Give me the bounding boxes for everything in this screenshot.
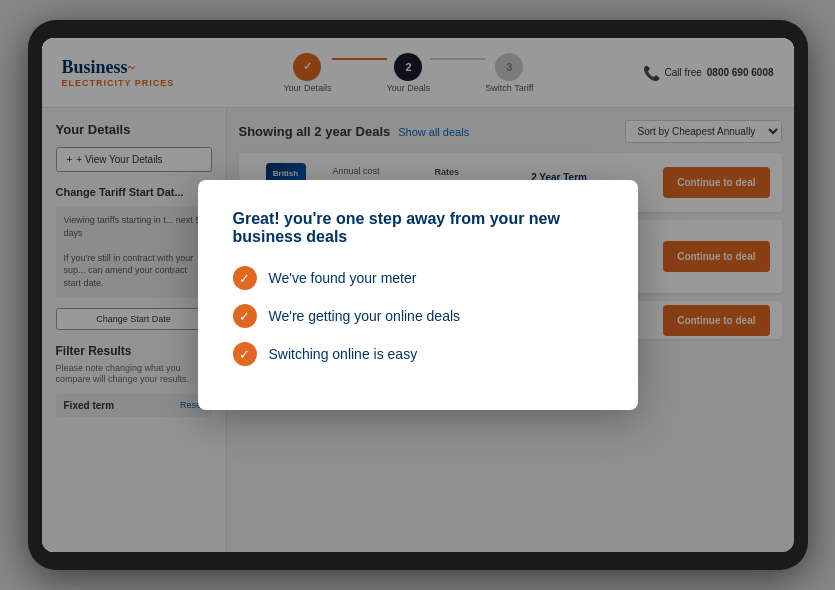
tablet-screen: Business~ ELECTRICITY PRICES ✓ Your Deta…: [42, 38, 794, 552]
modal-overlay: Great! you're one step away from your ne…: [42, 38, 794, 552]
modal-item-2-text: We're getting your online deals: [269, 308, 461, 324]
modal-item-1-text: We've found your meter: [269, 270, 417, 286]
check-icon-1: ✓: [233, 266, 257, 290]
check-icon-2: ✓: [233, 304, 257, 328]
modal: Great! you're one step away from your ne…: [198, 180, 638, 410]
check-icon-3: ✓: [233, 342, 257, 366]
modal-item-3: ✓ Switching online is easy: [233, 342, 603, 366]
modal-title: Great! you're one step away from your ne…: [233, 210, 603, 246]
modal-item-2: ✓ We're getting your online deals: [233, 304, 603, 328]
tablet-frame: Business~ ELECTRICITY PRICES ✓ Your Deta…: [28, 20, 808, 570]
modal-item-3-text: Switching online is easy: [269, 346, 418, 362]
modal-item-1: ✓ We've found your meter: [233, 266, 603, 290]
